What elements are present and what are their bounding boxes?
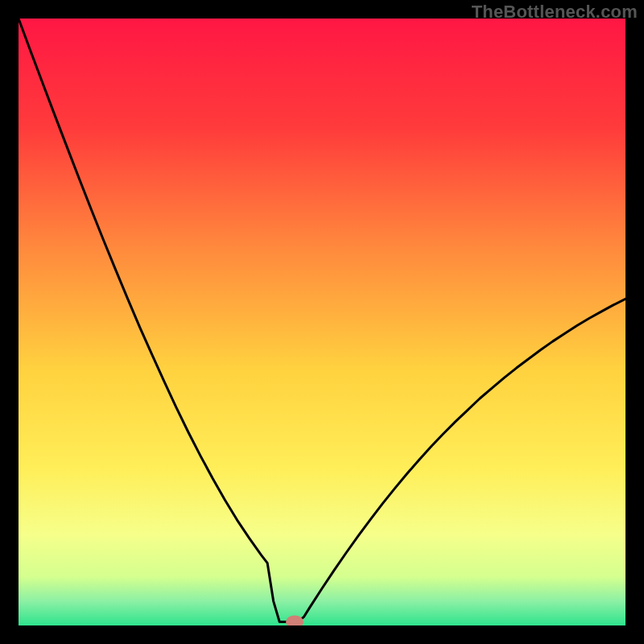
- chart-frame: TheBottleneck.com: [0, 0, 644, 644]
- chart-background: [19, 19, 625, 625]
- chart-svg: [19, 19, 625, 625]
- chart-plot-area: [19, 19, 625, 625]
